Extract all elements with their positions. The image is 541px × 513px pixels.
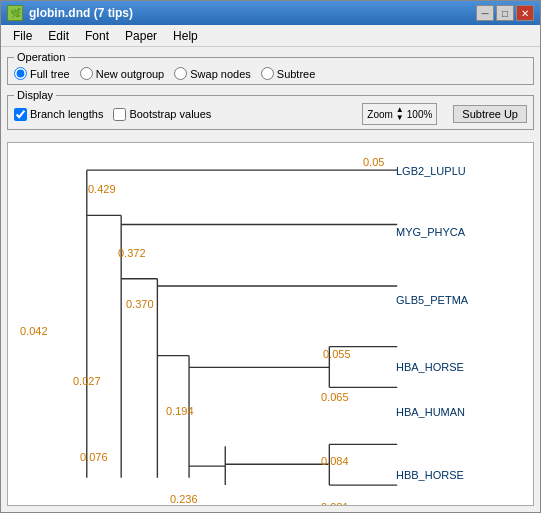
operation-radio-group: Full tree New outgroup Swap nodes Subtre… (14, 67, 527, 80)
branch-label-0370: 0.370 (126, 298, 154, 310)
zoom-arrows: ▲ ▼ (396, 106, 404, 122)
menu-help[interactable]: Help (165, 27, 206, 45)
display-legend: Display (14, 89, 56, 101)
branch-label-0084: 0.084 (321, 455, 349, 467)
controls-area: Operation Full tree New outgroup Swap no… (1, 47, 540, 138)
branch-label-0065: 0.065 (321, 391, 349, 403)
branch-label-0429: 0.429 (88, 183, 116, 195)
window-title: globin.dnd (7 tips) (29, 6, 133, 20)
close-button[interactable]: ✕ (516, 5, 534, 21)
menu-font[interactable]: Font (77, 27, 117, 45)
operation-legend: Operation (14, 51, 68, 63)
tip-lgb2: LGB2_LUPLU (396, 165, 466, 177)
display-row: Branch lengths Bootstrap values Zoom ▲ ▼… (14, 103, 527, 125)
tip-hbb-horse: HBB_HORSE (396, 469, 464, 481)
menu-paper[interactable]: Paper (117, 27, 165, 45)
app-icon: 🌿 (7, 5, 23, 21)
menu-edit[interactable]: Edit (40, 27, 77, 45)
maximize-button[interactable]: □ (496, 5, 514, 21)
menu-bar: File Edit Font Paper Help (1, 25, 540, 47)
branch-label-0194: 0.194 (166, 405, 194, 417)
zoom-label: Zoom (367, 109, 393, 120)
check-bootstrap-input[interactable] (113, 108, 126, 121)
radio-full-tree-input[interactable] (14, 67, 27, 80)
tip-hba-human: HBA_HUMAN (396, 406, 465, 418)
check-bootstrap[interactable]: Bootstrap values (113, 108, 211, 121)
radio-new-outgroup[interactable]: New outgroup (80, 67, 165, 80)
branch-label-0236: 0.236 (170, 493, 198, 505)
zoom-control: Zoom ▲ ▼ 100% (362, 103, 437, 125)
branch-label-0027: 0.027 (73, 375, 101, 387)
zoom-down-arrow[interactable]: ▼ (396, 114, 404, 122)
branch-label-005: 0.05 (363, 156, 384, 168)
tip-hba-horse: HBA_HORSE (396, 361, 464, 373)
menu-file[interactable]: File (5, 27, 40, 45)
tip-glb5: GLB5_PETMA (396, 294, 468, 306)
radio-subtree[interactable]: Subtree (261, 67, 316, 80)
tree-area: 0.05 0.429 0.372 0.370 0.042 0.027 0.194… (7, 142, 534, 506)
radio-swap-nodes-input[interactable] (174, 67, 187, 80)
title-bar: 🌿 globin.dnd (7 tips) ─ □ ✕ (1, 1, 540, 25)
check-branch-lengths-input[interactable] (14, 108, 27, 121)
minimize-button[interactable]: ─ (476, 5, 494, 21)
tip-myg: MYG_PHYCA (396, 226, 465, 238)
window-controls: ─ □ ✕ (476, 5, 534, 21)
branch-label-0042: 0.042 (20, 325, 48, 337)
radio-subtree-input[interactable] (261, 67, 274, 80)
subtree-up-button[interactable]: Subtree Up (453, 105, 527, 123)
branch-label-0081: 0.081 (321, 501, 349, 506)
display-fieldset: Display Branch lengths Bootstrap values … (7, 89, 534, 130)
operation-fieldset: Operation Full tree New outgroup Swap no… (7, 51, 534, 85)
branch-label-0076: 0.076 (80, 451, 108, 463)
zoom-value: 100% (407, 109, 433, 120)
main-window: 🌿 globin.dnd (7 tips) ─ □ ✕ File Edit Fo… (0, 0, 541, 513)
radio-new-outgroup-input[interactable] (80, 67, 93, 80)
radio-full-tree[interactable]: Full tree (14, 67, 70, 80)
check-branch-lengths[interactable]: Branch lengths (14, 108, 103, 121)
branch-label-0055: 0.055 (323, 348, 351, 360)
radio-swap-nodes[interactable]: Swap nodes (174, 67, 251, 80)
branch-label-0372: 0.372 (118, 247, 146, 259)
